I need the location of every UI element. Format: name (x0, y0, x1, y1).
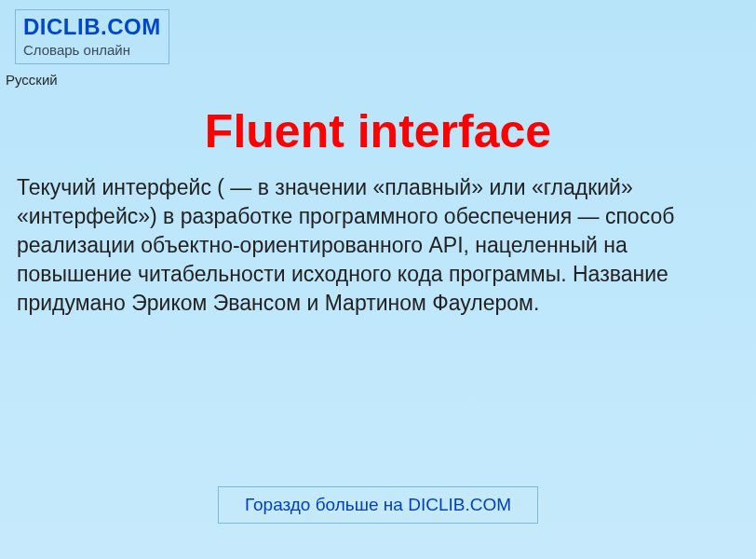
more-on-diclib-link[interactable]: Гораздо больше на DICLIB.COM (218, 486, 538, 524)
footer-link-wrap: Гораздо больше на DICLIB.COM (0, 486, 756, 524)
logo-title: DICLIB.COM (23, 14, 161, 40)
logo-subtitle: Словарь онлайн (23, 42, 161, 58)
article-title: Fluent interface (0, 104, 756, 158)
language-current: Русский (6, 72, 58, 88)
article-body: Текучий интерфейс ( — в значении «плавны… (0, 173, 756, 318)
site-header: DICLIB.COM Словарь онлайн (0, 0, 756, 68)
language-selector[interactable]: Русский (0, 68, 756, 88)
site-logo[interactable]: DICLIB.COM Словарь онлайн (15, 9, 169, 64)
